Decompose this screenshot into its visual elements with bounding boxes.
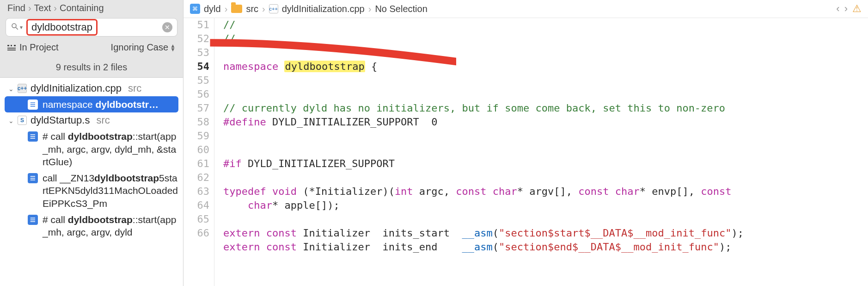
search-input[interactable]: dyldbootstrap	[26, 19, 98, 36]
code-line[interactable]	[223, 143, 868, 157]
search-icon	[11, 22, 19, 33]
code-line[interactable]: // currently dyld has no initializers, b…	[223, 101, 868, 115]
chevron-right-icon: ›	[368, 4, 372, 14]
code-text[interactable]: //// namespace dyldbootstrap { // curren…	[217, 18, 868, 286]
code-line[interactable]	[223, 212, 868, 226]
results-summary: 9 results in 2 files	[0, 57, 183, 78]
crumb-containing[interactable]: Containing	[60, 3, 104, 13]
line-number[interactable]: 66	[188, 226, 209, 240]
match-icon: ≡	[28, 215, 38, 225]
clear-icon[interactable]: ✕	[162, 22, 172, 32]
find-scope-breadcrumbs[interactable]: Find › Text › Containing	[0, 0, 183, 16]
scope-icon	[7, 45, 16, 50]
line-number[interactable]: 56	[188, 87, 209, 101]
code-line[interactable]	[223, 171, 868, 185]
line-number[interactable]: 55	[188, 74, 209, 87]
ignore-case-label: Ignoring Case	[111, 42, 169, 53]
line-number[interactable]: 51	[188, 18, 209, 32]
line-number[interactable]: 64	[188, 199, 209, 212]
code-area[interactable]: 51525354555657585960616263646566 //// na…	[183, 18, 868, 286]
match-icon: ≡	[28, 131, 38, 142]
results-list[interactable]: ⌄c++dyldInitialization.cppsrc≡namespace …	[0, 78, 183, 286]
search-scope-row: In Project Ignoring Case ▲▼	[0, 40, 183, 57]
line-number[interactable]: 65	[188, 212, 209, 226]
file-dir: src	[96, 114, 110, 126]
match-row[interactable]: ≡# call dyldbootstrap::start(app_mh, arg…	[0, 128, 183, 170]
match-text: # call dyldbootstrap::start(app_mh, argc…	[43, 130, 178, 168]
match-text: call __ZN13dyldbootstrap5startEPKN5dyld3…	[43, 172, 178, 210]
warning-icon[interactable]: ⚠	[852, 3, 862, 15]
crumb-folder[interactable]: src	[246, 4, 258, 14]
crumb-project[interactable]: dyld	[204, 4, 221, 14]
chevron-right-icon: ›	[28, 3, 31, 13]
chevron-right-icon: ›	[54, 3, 57, 13]
match-row[interactable]: ≡namespace dyldbootstr…	[5, 96, 178, 112]
editor-nav: ‹ › ⚠	[836, 3, 862, 15]
chevron-right-icon: ›	[225, 4, 228, 14]
code-line[interactable]: typedef void (*Initializer)(int argc, co…	[223, 185, 868, 212]
code-line[interactable]	[223, 129, 868, 143]
code-line[interactable]: extern const Initializer inits_end __asm…	[223, 240, 868, 254]
file-icon: c++	[269, 4, 278, 13]
line-number[interactable]: 63	[188, 185, 209, 199]
line-number[interactable]: 52	[188, 32, 209, 46]
crumb-text[interactable]: Text	[34, 3, 51, 13]
editor-pane: ⌘ dyld › src › c++ dyldInitialization.cp…	[183, 0, 868, 286]
code-line[interactable]: #define DYLD_INITIALIZER_SUPPORT 0	[223, 115, 868, 129]
crumb-selection[interactable]: No Selection	[375, 4, 427, 14]
line-number[interactable]: 57	[188, 101, 209, 115]
line-gutter[interactable]: 51525354555657585960616263646566	[183, 18, 214, 286]
line-number[interactable]: 54	[188, 60, 209, 74]
ignore-case-popup[interactable]: Ignoring Case ▲▼	[111, 42, 176, 53]
back-button[interactable]: ‹	[836, 3, 839, 15]
code-line[interactable]: //	[223, 18, 868, 32]
line-number[interactable]: 60	[188, 143, 209, 157]
code-line[interactable]	[223, 87, 868, 101]
line-number[interactable]: 58	[188, 115, 209, 129]
code-line[interactable]: namespace dyldbootstrap {	[223, 60, 868, 74]
file-dir: src	[128, 82, 141, 94]
scope-label: In Project	[19, 42, 58, 53]
svg-line-1	[16, 27, 18, 30]
editor-breadcrumbs[interactable]: ⌘ dyld › src › c++ dyldInitialization.cp…	[183, 0, 868, 18]
match-icon: ≡	[28, 99, 38, 110]
file-row[interactable]: ⌄c++dyldInitialization.cppsrc	[0, 81, 183, 96]
file-icon: S	[18, 116, 27, 125]
chevron-down-icon[interactable]: ▾	[20, 24, 23, 31]
code-line[interactable]	[223, 46, 868, 60]
disclosure-icon[interactable]: ⌄	[8, 117, 14, 124]
code-line[interactable]: //	[223, 32, 868, 46]
svg-point-0	[12, 24, 16, 28]
scope-popup[interactable]: In Project	[7, 42, 58, 53]
match-text: # call dyldbootstrap::start(app_mh, argc…	[43, 213, 178, 239]
line-number[interactable]: 59	[188, 129, 209, 143]
line-number[interactable]: 62	[188, 171, 209, 185]
app-root: Find › Text › Containing ▾ dyldbootstrap…	[0, 0, 868, 286]
file-icon: c++	[18, 84, 27, 93]
line-number[interactable]: 61	[188, 157, 209, 171]
search-field[interactable]: ▾ dyldbootstrap ✕	[6, 18, 177, 37]
crumb-file[interactable]: dyldInitialization.cpp	[282, 4, 365, 14]
code-line[interactable]	[223, 74, 868, 87]
folder-icon	[231, 5, 242, 13]
project-icon: ⌘	[190, 4, 200, 14]
match-row[interactable]: ≡call __ZN13dyldbootstrap5startEPKN5dyld…	[0, 170, 183, 211]
file-name: dyldStartup.s	[31, 114, 90, 126]
disclosure-icon[interactable]: ⌄	[8, 85, 14, 93]
search-field-wrap: ▾ dyldbootstrap ✕	[0, 16, 183, 40]
match-row[interactable]: ≡# call dyldbootstrap::start(app_mh, arg…	[0, 211, 183, 241]
match-text: namespace dyldbootstr…	[43, 98, 174, 111]
match-icon: ≡	[28, 173, 38, 183]
file-name: dyldInitialization.cpp	[31, 82, 122, 94]
code-line[interactable]: #if DYLD_INITIALIZER_SUPPORT	[223, 157, 868, 171]
forward-button[interactable]: ›	[844, 3, 848, 15]
chevron-right-icon: ›	[262, 4, 265, 14]
code-line[interactable]: extern const Initializer inits_start __a…	[223, 226, 868, 240]
line-number[interactable]: 53	[188, 46, 209, 60]
crumb-find[interactable]: Find	[7, 3, 25, 13]
file-row[interactable]: ⌄SdyldStartup.ssrc	[0, 112, 183, 128]
find-navigator-sidebar: Find › Text › Containing ▾ dyldbootstrap…	[0, 0, 183, 286]
updown-icon: ▲▼	[170, 44, 176, 51]
